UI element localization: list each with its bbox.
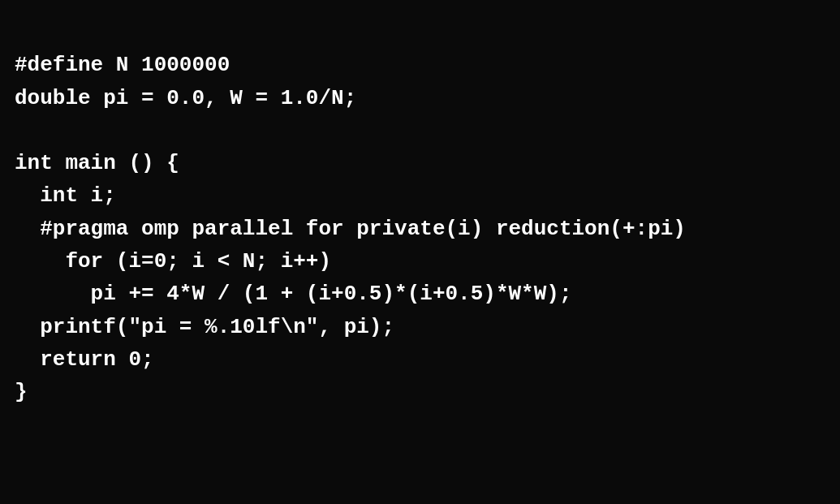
code-line-line2: double pi = 0.0, W = 1.0/N; <box>15 82 824 114</box>
code-line-line7: for (i=0; i < N; i++) <box>15 245 824 278</box>
code-line-line1: #define N 1000000 <box>15 49 824 81</box>
code-block: #define N 1000000double pi = 0.0, W = 1.… <box>0 0 840 504</box>
code-line-line9: printf("pi = %.10lf\n", pi); <box>15 311 824 343</box>
code-line-line10: return 0; <box>15 343 824 376</box>
code-line-line11: } <box>15 376 824 408</box>
code-line-line8: pi += 4*W / (1 + (i+0.5)*(i+0.5)*W*W); <box>15 278 824 310</box>
code-line-line5: int i; <box>15 179 824 212</box>
code-line-line4: int main () { <box>15 147 824 179</box>
code-line-line6: #pragma omp parallel for private(i) redu… <box>15 213 824 245</box>
code-line-line3 <box>15 114 824 147</box>
